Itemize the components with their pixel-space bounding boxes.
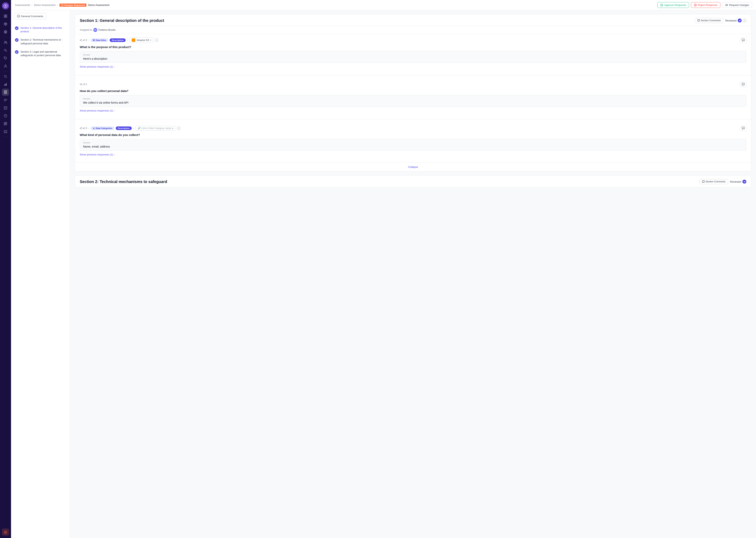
svg-point-42	[5, 531, 6, 531]
question-1-comment-button[interactable]	[740, 38, 746, 43]
svg-point-13	[5, 57, 5, 58]
link-data-category-selector[interactable]: 🔗 Link to Data Category row(s) ▾	[135, 126, 175, 131]
breadcrumb-sep-1: ›	[32, 4, 32, 7]
users-nav-icon[interactable]	[2, 39, 9, 46]
section-nav-item-2[interactable]: Section 2: Technical mechanisms to safeg…	[11, 36, 70, 47]
svg-rect-7	[6, 15, 7, 16]
tag-data-categories[interactable]: Data Categories	[91, 127, 114, 130]
section-3-check-icon	[15, 50, 19, 54]
svg-rect-50	[742, 127, 744, 129]
question-3-num: #3 of 3	[80, 127, 87, 130]
question-1-num: #1 of 3	[80, 39, 87, 41]
assignee-avatar: FB	[93, 28, 97, 32]
approve-response-button[interactable]: Approve Response	[657, 2, 689, 8]
svg-point-40	[6, 532, 6, 532]
answer-label-2: Answer	[83, 97, 743, 100]
robot-nav-icon[interactable]	[2, 528, 9, 536]
svg-point-47	[93, 39, 95, 40]
svg-point-39	[5, 532, 5, 532]
section-nav-item-3[interactable]: Section 3: Legal and operational safegua…	[11, 48, 70, 60]
section-nav: Section 1: General description of the pr…	[11, 22, 70, 61]
section-2-card: Section 2: Technical mechanisms to safeg…	[75, 175, 751, 187]
svg-rect-16	[4, 84, 5, 86]
request-changes-button[interactable]: Request changes	[722, 2, 752, 8]
svg-rect-18	[6, 83, 7, 86]
collapse-row: Collapse	[75, 162, 751, 171]
app-logo[interactable]	[2, 2, 9, 10]
question-3-comment-button[interactable]	[740, 126, 746, 131]
answer-text-3: Name, email, address	[83, 145, 743, 148]
question-2-text: How do you collect personal data?	[80, 89, 746, 92]
left-panel: General Comments Section 1: General desc…	[11, 10, 70, 538]
breadcrumb-demo[interactable]: Demo Assessment	[34, 4, 55, 7]
svg-rect-48	[742, 39, 744, 41]
tag-data-silos[interactable]: Data Silos	[91, 38, 108, 42]
breadcrumb-assessments[interactable]: Assessments	[15, 4, 30, 7]
svg-rect-36	[4, 131, 7, 133]
question-2-comment-button[interactable]	[740, 82, 746, 87]
general-comments-button[interactable]: General Comments	[14, 13, 46, 20]
key-nav-icon[interactable]	[2, 47, 9, 54]
svg-rect-46	[697, 20, 700, 21]
collapse-button[interactable]: Collapse	[408, 166, 418, 168]
show-prev-responses-3[interactable]: Show previous responses (1) ›	[80, 153, 746, 156]
svg-point-1	[5, 5, 6, 7]
list-nav-icon[interactable]	[2, 96, 9, 104]
answer-text-2: We collect it via online forms and API	[83, 101, 743, 104]
svg-point-15	[4, 75, 6, 77]
section-nav-item-1[interactable]: Section 1: General description of the pr…	[11, 24, 70, 36]
section-1-card: Section 1: General description of the pr…	[75, 14, 751, 171]
question-3-meta: #3 of 3 • Data Categories Description • …	[80, 126, 746, 131]
main-wrapper: Assessments › Demo Assessment › Changes …	[11, 0, 756, 538]
question-1-info-icon[interactable]: i	[155, 38, 158, 42]
breadcrumb: Assessments › Demo Assessment › Changes …	[15, 4, 110, 7]
tag-description-3: Description	[116, 127, 132, 130]
svg-point-12	[4, 49, 6, 51]
top-nav: Assessments › Demo Assessment › Changes …	[11, 0, 756, 10]
reviewed-check-icon	[738, 19, 742, 23]
section-1-header: Section 1: General description of the pr…	[75, 14, 751, 26]
body-area: General Comments Section 1: General desc…	[11, 10, 756, 538]
reviewed-badge: Reviewed i	[725, 19, 746, 23]
question-2-meta: #2 of 3	[80, 82, 746, 87]
section-2-header-right: Section Comments Reviewed	[699, 179, 746, 184]
question-block-3: #3 of 3 • Data Categories Description • …	[75, 123, 751, 162]
reject-response-button[interactable]: Reject Response	[691, 2, 720, 8]
svg-rect-49	[742, 83, 744, 85]
breadcrumb-sep-2: ›	[57, 4, 58, 7]
question-1-meta: #1 of 3 • Data Silos Description • 🟧 Ama…	[80, 37, 746, 43]
box-nav-icon[interactable]	[2, 21, 9, 27]
plugin-nav-icon[interactable]	[2, 120, 9, 127]
question-3-info-icon[interactable]: i	[177, 127, 180, 130]
terminal-nav-icon[interactable]	[2, 128, 9, 135]
breadcrumb-current: Demo Assessment	[88, 4, 109, 7]
answer-label-3: Answer	[83, 141, 743, 144]
show-prev-responses-2[interactable]: Show previous responses (1) ›	[80, 109, 746, 112]
chart-nav-icon[interactable]	[2, 81, 9, 88]
question-divider-1	[75, 75, 751, 76]
section-2-reviewed-badge: Reviewed	[730, 180, 746, 184]
section-1-comments-button[interactable]: Section Comments	[695, 18, 723, 23]
globe-nav-icon[interactable]	[2, 28, 9, 35]
person-nav-icon[interactable]	[2, 63, 9, 70]
document-nav-icon[interactable]	[2, 89, 9, 96]
section-2-reviewed-check-icon	[742, 180, 746, 184]
amazon-s3-selector[interactable]: 🟧 Amazon S3 ▾	[129, 37, 153, 43]
question-block-1: #1 of 3 • Data Silos Description • 🟧 Ama…	[75, 34, 751, 75]
top-nav-actions: Approve Response Reject Response Request…	[657, 2, 752, 8]
table-nav-icon[interactable]	[2, 104, 9, 112]
assignee-name: Federico Brooks	[98, 28, 116, 31]
show-prev-responses-1[interactable]: Show previous responses (1) ›	[80, 65, 746, 68]
svg-rect-38	[4, 531, 7, 533]
breadcrumb-badge: Changes Requested	[60, 4, 87, 7]
section-2-comments-button[interactable]: Section Comments	[699, 179, 728, 184]
question-block-2: #2 of 3 How do you collect personal data…	[75, 79, 751, 118]
cube-nav-icon[interactable]	[2, 13, 9, 20]
answer-label-1: Answer	[83, 54, 743, 56]
section-1-info-icon[interactable]: i	[743, 19, 746, 22]
svg-rect-6	[4, 15, 5, 16]
section-2-check-icon	[15, 38, 19, 42]
tag-nav-icon[interactable]	[2, 55, 9, 62]
search-nav-icon[interactable]	[2, 73, 9, 80]
filter-nav-icon[interactable]	[2, 112, 9, 119]
